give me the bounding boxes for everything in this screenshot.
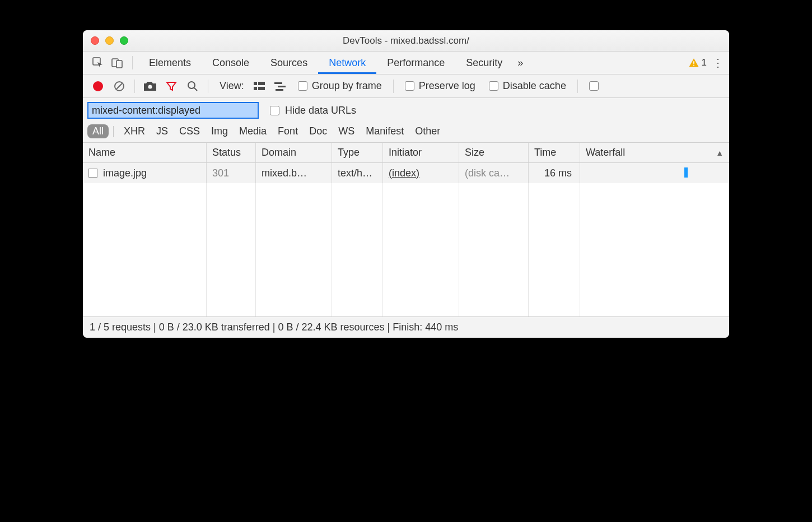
window-traffic-lights <box>91 36 128 45</box>
window-minimize-button[interactable] <box>105 36 114 45</box>
tab-security[interactable]: Security <box>455 52 513 74</box>
filter-type-css[interactable]: CSS <box>174 124 206 138</box>
table-row[interactable]: image.jpg 301 mixed.b… text/h… (index) (… <box>83 163 729 183</box>
filter-type-ws[interactable]: WS <box>333 124 360 138</box>
tab-performance[interactable]: Performance <box>376 52 455 74</box>
cell-domain: mixed.b… <box>256 163 332 183</box>
svg-point-8 <box>188 82 195 88</box>
filter-type-doc[interactable]: Doc <box>304 124 333 138</box>
svg-rect-13 <box>258 87 265 90</box>
checkbox-icon <box>589 81 599 91</box>
col-header-status[interactable]: Status <box>207 143 256 162</box>
hide-data-urls-checkbox[interactable]: Hide data URLs <box>270 105 356 116</box>
table-empty-area <box>83 183 729 316</box>
status-summary: 1 / 5 requests | 0 B / 23.0 KB transferr… <box>90 321 458 333</box>
clear-button[interactable] <box>110 78 129 95</box>
filter-input[interactable]: mixed-content:displayed <box>87 102 259 119</box>
filter-type-xhr[interactable]: XHR <box>118 124 151 138</box>
separator <box>393 80 394 93</box>
view-label: View: <box>220 80 244 92</box>
filter-type-all[interactable]: All <box>87 124 109 138</box>
group-by-frame-checkbox[interactable]: Group by frame <box>298 80 382 92</box>
svg-rect-16 <box>276 89 283 91</box>
svg-rect-15 <box>278 86 286 87</box>
record-button[interactable] <box>88 78 108 95</box>
issues-warning-badge[interactable]: 1 <box>683 57 712 68</box>
more-tabs-chevron-icon[interactable]: » <box>513 57 528 69</box>
network-toolbar: View: Group by frame Preserve log Disa <box>83 74 729 98</box>
filter-type-js[interactable]: JS <box>151 124 174 138</box>
warning-count: 1 <box>702 57 707 68</box>
svg-rect-14 <box>274 82 282 84</box>
record-icon <box>93 81 103 91</box>
separator <box>577 80 578 93</box>
filter-type-manifest[interactable]: Manifest <box>360 124 409 138</box>
group-by-frame-label: Group by frame <box>312 80 382 92</box>
col-header-initiator[interactable]: Initiator <box>383 143 459 162</box>
preserve-log-label: Preserve log <box>419 80 475 92</box>
initiator-link[interactable]: (index) <box>389 167 419 179</box>
tab-console[interactable]: Console <box>202 52 260 74</box>
svg-rect-4 <box>693 65 694 66</box>
col-header-waterfall[interactable]: Waterfall ▲ <box>580 143 729 162</box>
cell-type: text/h… <box>332 163 383 183</box>
large-rows-icon <box>254 82 265 91</box>
network-filter-bar: mixed-content:displayed Hide data URLs A… <box>83 98 729 143</box>
col-header-domain[interactable]: Domain <box>256 143 332 162</box>
table-header: Name Status Domain Type Initiator Size T… <box>83 143 729 163</box>
filter-icon <box>166 81 177 92</box>
network-requests-table: Name Status Domain Type Initiator Size T… <box>83 143 729 316</box>
svg-rect-12 <box>254 87 257 90</box>
large-rows-button[interactable] <box>250 78 269 95</box>
window-maximize-button[interactable] <box>120 36 128 45</box>
disable-cache-checkbox[interactable]: Disable cache <box>489 80 566 92</box>
col-header-size[interactable]: Size <box>459 143 529 162</box>
cell-time: 16 ms <box>529 163 580 183</box>
checkbox-icon <box>405 81 414 91</box>
window-close-button[interactable] <box>91 36 99 45</box>
svg-line-9 <box>194 88 197 91</box>
cell-waterfall <box>580 163 729 183</box>
svg-point-7 <box>148 85 152 88</box>
warning-icon <box>689 58 699 68</box>
window-title: DevTools - mixed.badssl.com/ <box>83 35 729 46</box>
offline-checkbox-partial[interactable] <box>589 81 599 91</box>
filter-toggle-button[interactable] <box>162 78 181 95</box>
separator <box>134 80 135 93</box>
col-header-type[interactable]: Type <box>332 143 383 162</box>
disable-cache-label: Disable cache <box>503 80 566 92</box>
resource-type-filters: All XHR JS CSS Img Media Font Doc WS Man… <box>87 124 725 138</box>
devtools-window: DevTools - mixed.badssl.com/ Elements Co… <box>83 30 729 338</box>
cell-name: image.jpg <box>83 163 207 183</box>
cell-size: (disk ca… <box>459 163 529 183</box>
overview-toggle-button[interactable] <box>271 78 290 95</box>
tab-elements[interactable]: Elements <box>138 52 202 74</box>
tab-network[interactable]: Network <box>318 52 376 74</box>
cell-initiator: (index) <box>383 163 459 183</box>
filter-type-media[interactable]: Media <box>234 124 272 138</box>
preserve-log-checkbox[interactable]: Preserve log <box>405 80 475 92</box>
capture-screenshots-button[interactable] <box>141 78 160 95</box>
inspect-element-icon[interactable] <box>88 54 108 71</box>
tab-sources[interactable]: Sources <box>260 52 318 74</box>
checkbox-icon <box>489 81 498 91</box>
filter-type-other[interactable]: Other <box>409 124 446 138</box>
waterfall-bar <box>684 167 688 178</box>
request-name: image.jpg <box>103 167 147 179</box>
col-header-name[interactable]: Name <box>83 143 207 162</box>
network-status-bar: 1 / 5 requests | 0 B / 23.0 KB transferr… <box>83 316 729 338</box>
svg-rect-3 <box>693 61 694 64</box>
window-titlebar: DevTools - mixed.badssl.com/ <box>83 30 729 52</box>
filter-input-value: mixed-content:displayed <box>92 105 200 116</box>
svg-rect-10 <box>254 82 257 85</box>
file-icon <box>88 169 97 178</box>
sort-ascending-icon: ▲ <box>716 148 724 157</box>
search-button[interactable] <box>183 78 202 95</box>
filter-type-font[interactable]: Font <box>272 124 304 138</box>
device-toolbar-icon[interactable] <box>108 54 127 71</box>
search-icon <box>187 81 198 92</box>
separator <box>113 126 114 137</box>
svg-line-6 <box>116 83 122 89</box>
filter-type-img[interactable]: Img <box>206 124 234 138</box>
col-header-time[interactable]: Time <box>529 143 580 162</box>
